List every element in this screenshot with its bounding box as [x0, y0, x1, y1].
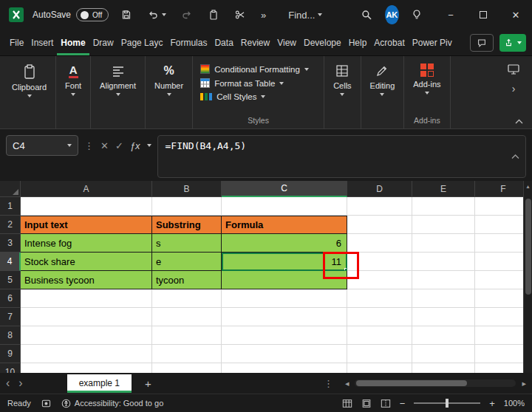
formula-input[interactable]: =FIND(B4,A4,5): [157, 135, 526, 178]
tab-page-layout[interactable]: Page Layc: [117, 30, 167, 55]
cell-C2[interactable]: Formula: [222, 216, 347, 234]
insert-function-button[interactable]: ƒx: [130, 140, 140, 151]
sheet-tab-example1[interactable]: example 1: [67, 374, 132, 393]
zoom-slider[interactable]: [414, 402, 480, 404]
tab-home[interactable]: Home: [57, 30, 89, 55]
cell-B3[interactable]: s: [152, 234, 222, 253]
column-header-B[interactable]: B: [152, 181, 222, 197]
cell-E8[interactable]: [412, 326, 475, 345]
cell-A1[interactable]: [21, 197, 152, 216]
number-button[interactable]: % Number: [151, 62, 186, 97]
cell-B4[interactable]: e: [152, 253, 222, 271]
cell-E4[interactable]: [412, 253, 475, 271]
column-header-D[interactable]: D: [347, 181, 412, 197]
select-all-button[interactable]: [0, 181, 21, 197]
conditional-formatting-button[interactable]: Conditional Formatting: [199, 62, 310, 76]
cell-D10[interactable]: [347, 363, 412, 373]
cancel-entry-button[interactable]: ✕: [100, 140, 109, 151]
cell-B1[interactable]: [152, 197, 222, 216]
column-header-E[interactable]: E: [412, 181, 475, 197]
cell-E9[interactable]: [412, 345, 475, 363]
scroll-left-icon[interactable]: ◂: [345, 379, 349, 388]
cell-B8[interactable]: [152, 326, 222, 345]
cell-B10[interactable]: [152, 363, 222, 373]
vertical-scrollbar-thumb[interactable]: [525, 199, 531, 295]
cell-E1[interactable]: [412, 197, 475, 216]
addins-button[interactable]: Add-ins: [410, 62, 443, 96]
tab-review[interactable]: Review: [237, 30, 273, 55]
cell-B7[interactable]: [152, 308, 222, 326]
prev-sheet-button[interactable]: ‹: [6, 377, 10, 389]
name-box[interactable]: C4: [6, 135, 78, 156]
autosave-switch[interactable]: Off: [76, 8, 109, 21]
page-break-view-icon[interactable]: [381, 399, 391, 408]
autosave-toggle[interactable]: AutoSave Off: [33, 8, 109, 21]
cell-E5[interactable]: [412, 271, 475, 289]
close-button[interactable]: ✕: [499, 0, 532, 30]
format-as-table-button[interactable]: Format as Table: [199, 76, 285, 90]
add-sheet-button[interactable]: +: [140, 377, 156, 390]
cell-A4[interactable]: Stock share: [21, 253, 152, 271]
cut-button[interactable]: [231, 6, 249, 24]
cell-E7[interactable]: [412, 308, 475, 326]
row-header-8[interactable]: 8: [0, 326, 21, 345]
tab-developer[interactable]: Develope: [300, 30, 345, 55]
cell-D2[interactable]: [347, 216, 412, 234]
cell-A5[interactable]: Business tycoon: [21, 271, 152, 289]
cell-A9[interactable]: [21, 345, 152, 363]
sheet-options-icon[interactable]: ⋮: [324, 378, 339, 389]
row-header-1[interactable]: 1: [0, 197, 21, 216]
tab-acrobat[interactable]: Acrobat: [370, 30, 408, 55]
ribbon-scroll-right-icon[interactable]: ›: [512, 83, 516, 95]
tab-file[interactable]: File: [6, 30, 27, 55]
cell-A3[interactable]: Intense fog: [21, 234, 152, 253]
cell-E3[interactable]: [412, 234, 475, 253]
column-header-A[interactable]: A: [21, 181, 152, 197]
cell-E6[interactable]: [412, 289, 475, 308]
vertical-scrollbar[interactable]: ▴: [523, 181, 532, 373]
share-button[interactable]: [499, 34, 526, 52]
cell-B9[interactable]: [152, 345, 222, 363]
cell-D3[interactable]: [347, 234, 412, 253]
next-sheet-button[interactable]: ›: [18, 377, 22, 389]
minimize-button[interactable]: −: [434, 0, 467, 30]
drag-handle-icon[interactable]: ⋮: [84, 140, 94, 151]
cell-C8[interactable]: [222, 326, 347, 345]
tab-formulas[interactable]: Formulas: [166, 30, 211, 55]
cell-B2[interactable]: Substring: [152, 216, 222, 234]
undo-dropdown-caret[interactable]: [162, 13, 166, 16]
editing-button[interactable]: Editing: [367, 62, 398, 97]
quick-access-overflow[interactable]: »: [258, 7, 269, 24]
row-header-4[interactable]: 4: [0, 253, 21, 271]
cell-C1[interactable]: [222, 197, 347, 216]
row-header-3[interactable]: 3: [0, 234, 21, 253]
tab-power-pivot[interactable]: Power Piv: [409, 30, 456, 55]
clipboard-button[interactable]: Clipboard: [9, 62, 50, 99]
row-header-9[interactable]: 9: [0, 345, 21, 363]
cell-D9[interactable]: [347, 345, 412, 363]
tab-help[interactable]: Help: [345, 30, 371, 55]
row-header-5[interactable]: 5: [0, 271, 21, 289]
column-header-C[interactable]: C: [222, 181, 347, 197]
cell-A8[interactable]: [21, 326, 152, 345]
row-header-7[interactable]: 7: [0, 308, 21, 326]
zoom-slider-thumb[interactable]: [446, 399, 449, 408]
save-button[interactable]: [117, 6, 135, 24]
cell-styles-button[interactable]: Cell Styles: [199, 90, 267, 103]
avatar[interactable]: AK: [385, 5, 399, 24]
normal-view-icon[interactable]: [342, 399, 352, 408]
cell-C9[interactable]: [222, 345, 347, 363]
horizontal-scrollbar[interactable]: [355, 380, 516, 387]
tab-insert[interactable]: Insert: [27, 30, 57, 55]
zoom-in-button[interactable]: +: [489, 398, 495, 409]
macro-record-button[interactable]: [41, 399, 51, 408]
expand-formula-bar-button[interactable]: [511, 154, 519, 159]
undo-button[interactable]: [144, 6, 169, 24]
cell-C6[interactable]: [222, 289, 347, 308]
zoom-level[interactable]: 100%: [504, 399, 525, 408]
cell-D8[interactable]: [347, 326, 412, 345]
cell-E10[interactable]: [412, 363, 475, 373]
search-button[interactable]: [358, 6, 376, 24]
cell-C10[interactable]: [222, 363, 347, 373]
cell-B6[interactable]: [152, 289, 222, 308]
